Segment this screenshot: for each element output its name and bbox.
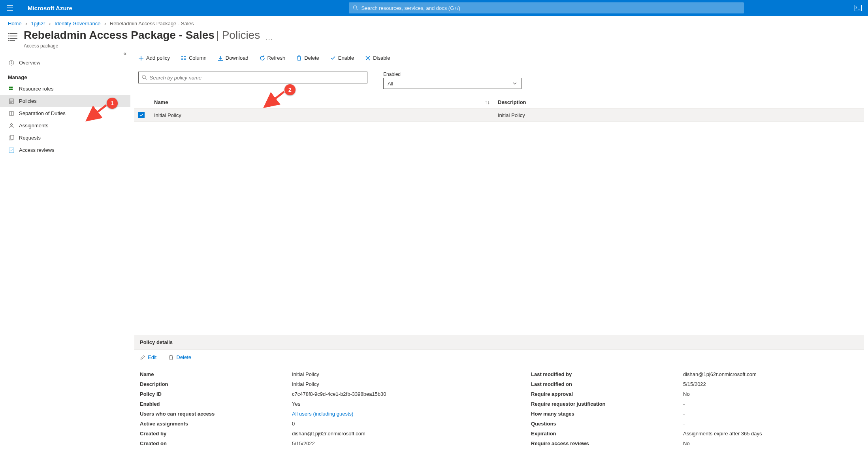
svg-rect-11 xyxy=(11,87,13,88)
table-header: Name↑↓ Description xyxy=(134,96,864,109)
detail-expiration: Assignments expire after 365 days xyxy=(683,429,859,439)
svg-point-20 xyxy=(11,123,13,125)
breadcrumb-identity-governance[interactable]: Identity Governance xyxy=(55,21,100,26)
details-right-labels: Last modified by Last modified on Requir… xyxy=(531,367,683,450)
reviews-icon xyxy=(8,147,15,153)
sidebar-item-label: Access reviews xyxy=(19,147,55,153)
more-icon[interactable]: ⋯ xyxy=(265,34,273,43)
column-button[interactable]: Column xyxy=(181,55,207,61)
sidebar-item-separation-of-duties[interactable]: Separation of Duties xyxy=(0,107,130,119)
person-icon xyxy=(8,123,15,129)
detail-created-by: dishan@1pj62r.onmicrosoft.com xyxy=(292,429,531,439)
plus-icon xyxy=(138,55,144,61)
svg-point-30 xyxy=(142,75,145,78)
enable-button[interactable]: Enable xyxy=(330,55,354,61)
details-right-values: dishan@1pj62r.onmicrosoft.com 5/15/2022 … xyxy=(683,367,859,450)
sidebar-item-resource-roles[interactable]: Resource roles xyxy=(0,83,130,95)
download-icon xyxy=(218,55,223,61)
detail-name: Initial Policy xyxy=(292,369,531,379)
main-content: Add policy Column Download Refresh Delet… xyxy=(130,53,868,458)
svg-rect-2 xyxy=(855,5,862,11)
details-left-values: Initial Policy Initial Policy c7c478f8-9… xyxy=(292,367,531,450)
delete-button[interactable]: Delete xyxy=(296,55,319,61)
sidebar-item-assignments[interactable]: Assignments xyxy=(0,119,130,132)
requests-icon xyxy=(8,135,15,141)
breadcrumb-tenant[interactable]: 1pj62r xyxy=(31,21,45,26)
enabled-filter-label: Enabled xyxy=(383,72,522,77)
svg-line-1 xyxy=(356,9,358,10)
refresh-icon xyxy=(260,55,265,61)
row-description: Initial Policy xyxy=(498,112,860,118)
sidebar-item-label: Requests xyxy=(19,135,41,141)
svg-rect-12 xyxy=(9,89,11,90)
download-button[interactable]: Download xyxy=(218,55,249,61)
add-policy-button[interactable]: Add policy xyxy=(138,55,170,61)
resource-type-label: Access package xyxy=(24,43,260,49)
details-delete-button[interactable]: Delete xyxy=(168,354,191,360)
sort-icon[interactable]: ↑↓ xyxy=(485,99,490,105)
collapse-sidebar-icon[interactable]: « xyxy=(123,50,126,57)
policy-search-field[interactable] xyxy=(138,72,367,83)
sidebar-item-label: Resource roles xyxy=(19,86,53,92)
global-search[interactable] xyxy=(349,2,744,13)
sidebar-item-requests[interactable]: Requests xyxy=(0,132,130,144)
columns-icon xyxy=(181,55,186,61)
detail-enabled: Yes xyxy=(292,399,531,409)
svg-rect-13 xyxy=(11,89,13,90)
disable-button[interactable]: Disable xyxy=(365,55,390,61)
enabled-filter-dropdown[interactable]: All xyxy=(383,78,522,89)
breadcrumb-current: Rebeladmin Access Package - Sales xyxy=(110,21,194,26)
sidebar-item-label: Policies xyxy=(19,98,37,104)
info-icon xyxy=(8,60,15,66)
trash-icon xyxy=(168,355,174,360)
sidebar-item-access-reviews[interactable]: Access reviews xyxy=(0,144,130,156)
edit-icon xyxy=(140,355,145,360)
svg-point-5 xyxy=(8,38,9,39)
policies-table: Name↑↓ Description Initial Policy Initia… xyxy=(134,96,864,122)
svg-rect-10 xyxy=(9,87,11,88)
detail-policy-id: c7c478f8-9c9d-4ce1-b2fb-3398bea15b30 xyxy=(292,389,531,399)
close-icon xyxy=(365,55,371,61)
menu-icon[interactable] xyxy=(4,2,16,14)
separation-icon xyxy=(8,111,15,116)
brand-label[interactable]: Microsoft Azure xyxy=(28,5,72,11)
detail-created-on: 5/15/2022 xyxy=(292,439,531,448)
page-title: Rebeladmin Access Package - Sales xyxy=(24,29,215,41)
details-left-labels: Name Description Policy ID Enabled Users… xyxy=(140,367,292,450)
policy-search-input[interactable] xyxy=(150,75,364,81)
detail-questions: - xyxy=(683,419,859,429)
grid-icon xyxy=(8,86,15,92)
access-package-icon xyxy=(8,31,19,42)
global-search-input[interactable] xyxy=(361,5,740,11)
check-icon xyxy=(330,55,336,61)
svg-rect-22 xyxy=(11,135,14,139)
svg-line-31 xyxy=(145,78,147,80)
breadcrumb-home[interactable]: Home xyxy=(8,21,22,26)
policy-details-pane: Policy details Edit Delete Name Descript… xyxy=(134,335,864,458)
breadcrumb: Home › 1pj62r › Identity Governance › Re… xyxy=(0,16,868,29)
sidebar: « Overview Manage Resource roles Policie… xyxy=(0,53,130,458)
sidebar-item-label: Overview xyxy=(19,60,40,66)
manage-section-header: Manage xyxy=(0,69,130,83)
detail-require-reviews: No xyxy=(683,439,859,448)
svg-point-3 xyxy=(8,33,9,34)
details-header: Policy details xyxy=(134,335,864,350)
svg-point-0 xyxy=(353,6,357,9)
detail-last-modified-by: dishan@1pj62r.onmicrosoft.com xyxy=(683,369,859,379)
refresh-button[interactable]: Refresh xyxy=(260,55,286,61)
svg-point-9 xyxy=(11,61,12,62)
policy-icon xyxy=(8,98,15,104)
cloud-shell-icon[interactable] xyxy=(852,2,864,14)
edit-button[interactable]: Edit xyxy=(140,354,156,360)
detail-users-link[interactable]: All users (including guests) xyxy=(292,411,353,417)
sidebar-item-label: Assignments xyxy=(19,123,48,129)
detail-require-approval: No xyxy=(683,389,859,399)
svg-point-4 xyxy=(8,36,9,36)
detail-require-justification: - xyxy=(683,399,859,409)
sidebar-item-overview[interactable]: Overview xyxy=(0,57,130,69)
command-bar: Add policy Column Download Refresh Delet… xyxy=(134,53,864,65)
trash-icon xyxy=(296,55,302,61)
table-row[interactable]: Initial Policy Initial Policy xyxy=(134,109,864,122)
row-checkbox[interactable] xyxy=(138,112,145,118)
detail-description: Initial Policy xyxy=(292,379,531,389)
